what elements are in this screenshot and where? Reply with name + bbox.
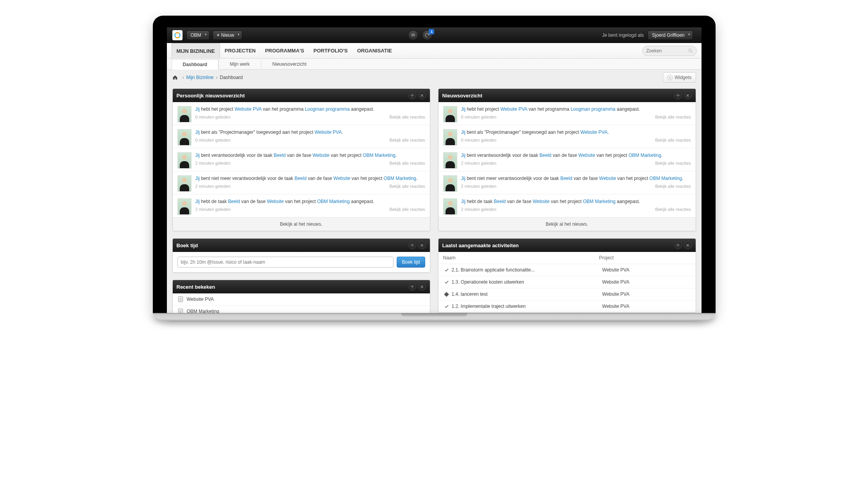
- refresh-icon[interactable]: 1: [422, 30, 432, 40]
- book-time-input[interactable]: [177, 257, 394, 268]
- jij-link[interactable]: Jij: [195, 106, 200, 112]
- jij-link[interactable]: Jij: [195, 129, 200, 135]
- org-dropdown[interactable]: OBM: [186, 31, 209, 40]
- nav-projecten[interactable]: PROJECTEN: [220, 43, 260, 59]
- user-dropdown[interactable]: Sjoerd Griffioen: [648, 31, 693, 40]
- nav-portfolios[interactable]: PORTFOLIO'S: [309, 43, 353, 59]
- view-reactions[interactable]: Bekijk alle reacties: [389, 207, 425, 212]
- news-link[interactable]: Website PVA: [234, 106, 261, 112]
- tab-mijn-werk[interactable]: Mijn werk: [218, 59, 261, 69]
- close-icon[interactable]: ✕: [418, 241, 426, 249]
- activity-row[interactable]: 1.4. lanceren testWebsite PVA: [438, 288, 696, 300]
- view-reactions[interactable]: Bekijk alle reacties: [389, 114, 425, 120]
- activity-name: 1.2. Implementatie traject uitwerken: [450, 304, 602, 309]
- jij-link[interactable]: Jij: [461, 129, 465, 135]
- news-item: Jij bent verantwoordelijk voor de taak B…: [173, 148, 430, 171]
- news-link[interactable]: OBM Marketing: [363, 153, 395, 158]
- recent-item[interactable]: Website PVA: [173, 293, 430, 306]
- panel-title: Persoonlijk nieuwsoverzicht: [177, 93, 406, 99]
- news-link[interactable]: Beeld: [228, 199, 240, 204]
- news-link[interactable]: Website PVA: [315, 129, 342, 135]
- nav-mijn-bizinline[interactable]: MIJN BIZINLINE: [172, 43, 220, 59]
- news-link[interactable]: Website: [267, 199, 284, 204]
- view-reactions[interactable]: Bekijk alle reacties: [389, 160, 425, 166]
- activity-row[interactable]: 2.1. Brainstorm applicatie functionalite…: [438, 264, 696, 276]
- news-link[interactable]: Website: [333, 176, 350, 181]
- avatar: [443, 106, 457, 122]
- jij-link[interactable]: Jij: [195, 176, 200, 181]
- jij-link[interactable]: Jij: [461, 176, 465, 181]
- mail-icon[interactable]: ✉: [408, 30, 418, 40]
- widgets-button[interactable]: + Widgets: [663, 72, 696, 83]
- jij-link[interactable]: Jij: [195, 199, 200, 204]
- avatar: [177, 106, 191, 122]
- activity-row[interactable]: 1.3. Operationele kosten uitwerkenWebsit…: [438, 276, 696, 288]
- news-link[interactable]: Website: [599, 176, 616, 181]
- app-logo[interactable]: [172, 30, 183, 40]
- news-time: 0 minuten geleden: [195, 137, 231, 143]
- news-link[interactable]: Beeld: [539, 153, 551, 158]
- tab-dashboard[interactable]: Dashboard: [172, 59, 219, 70]
- new-dropdown[interactable]: +Nieuw: [213, 31, 242, 40]
- jij-link[interactable]: Jij: [461, 199, 465, 204]
- news-link[interactable]: Beeld: [560, 176, 573, 181]
- news-link[interactable]: Beeld: [295, 176, 307, 181]
- recent-item[interactable]: OBM Marketing: [173, 306, 430, 313]
- news-link[interactable]: Website PVA: [500, 106, 527, 112]
- avatar: [177, 198, 191, 215]
- view-reactions[interactable]: Bekijk alle reacties: [655, 137, 691, 143]
- news-item: Jij hebt de taak Beeld van de fase Websi…: [438, 194, 696, 217]
- view-reactions[interactable]: Bekijk alle reacties: [655, 114, 691, 120]
- crumb-link[interactable]: Mijn Bizinline: [186, 75, 214, 80]
- book-time-button[interactable]: Boek tijd: [397, 257, 425, 268]
- news-link[interactable]: Website: [578, 153, 595, 158]
- view-all-news[interactable]: Bekijk al het nieuws.: [438, 217, 696, 231]
- jij-link[interactable]: Jij: [195, 153, 200, 158]
- check-icon: [443, 280, 450, 284]
- news-link[interactable]: OBM Marketing: [628, 153, 661, 158]
- view-reactions[interactable]: Bekijk alle reacties: [389, 183, 425, 189]
- news-link[interactable]: Website: [533, 199, 549, 204]
- search-input[interactable]: [646, 48, 686, 54]
- news-link[interactable]: OBM Marketing: [384, 176, 416, 181]
- nav-programmas[interactable]: PROGRAMMA'S: [260, 43, 309, 59]
- close-icon[interactable]: ✕: [418, 283, 426, 291]
- move-icon[interactable]: [674, 241, 682, 249]
- activity-row[interactable]: 1.2. Implementatie traject uitwerkenWebs…: [438, 300, 696, 313]
- news-link[interactable]: Beeld: [494, 199, 506, 204]
- view-reactions[interactable]: Bekijk alle reacties: [655, 207, 691, 212]
- move-icon[interactable]: [408, 92, 416, 99]
- search-box[interactable]: [642, 46, 697, 56]
- activity-name: 1.3. Operationele kosten uitwerken: [450, 279, 602, 285]
- move-icon[interactable]: [408, 241, 416, 249]
- close-icon[interactable]: ✕: [684, 241, 692, 249]
- news-list: Jij hebt het project Website PVA van het…: [438, 102, 696, 217]
- news-item: Jij bent niet meer verantwoordelijk voor…: [173, 171, 430, 194]
- news-link[interactable]: OBM Marketing: [650, 176, 682, 181]
- view-reactions[interactable]: Bekijk alle reacties: [655, 160, 691, 166]
- activity-name: 2.1. Brainstorm applicatie functionalite…: [450, 267, 602, 273]
- panel-personal-news: Persoonlijk nieuwsoverzicht ✕ Jij hebt h…: [172, 88, 430, 231]
- move-icon[interactable]: [674, 92, 682, 99]
- view-reactions[interactable]: Bekijk alle reacties: [389, 137, 425, 143]
- nav-organisatie[interactable]: ORGANISATIE: [353, 43, 397, 59]
- move-icon[interactable]: [408, 283, 416, 291]
- news-link[interactable]: Website: [313, 153, 329, 158]
- news-link[interactable]: Loogman programma: [571, 106, 616, 112]
- view-all-news[interactable]: Bekijk al het nieuws.: [173, 217, 430, 231]
- home-icon[interactable]: [172, 75, 178, 80]
- jij-link[interactable]: Jij: [461, 106, 465, 112]
- news-link[interactable]: OBM Marketing: [583, 199, 616, 204]
- news-link[interactable]: OBM Marketing: [317, 199, 350, 204]
- news-item: Jij hebt de taak Beeld van de fase Websi…: [173, 194, 430, 217]
- close-icon[interactable]: ✕: [684, 92, 692, 99]
- view-reactions[interactable]: Bekijk alle reacties: [655, 183, 691, 189]
- news-link[interactable]: Beeld: [274, 153, 286, 158]
- news-link[interactable]: Website PVA: [580, 129, 608, 135]
- jij-link[interactable]: Jij: [461, 153, 465, 158]
- news-link[interactable]: Loogman programma: [305, 106, 350, 112]
- recent-label: Website PVA: [187, 297, 214, 302]
- tab-nieuwsoverzicht[interactable]: Nieuwsoverzicht: [261, 59, 318, 69]
- panel-title: Nieuwsoverzicht: [442, 93, 672, 99]
- close-icon[interactable]: ✕: [418, 92, 426, 99]
